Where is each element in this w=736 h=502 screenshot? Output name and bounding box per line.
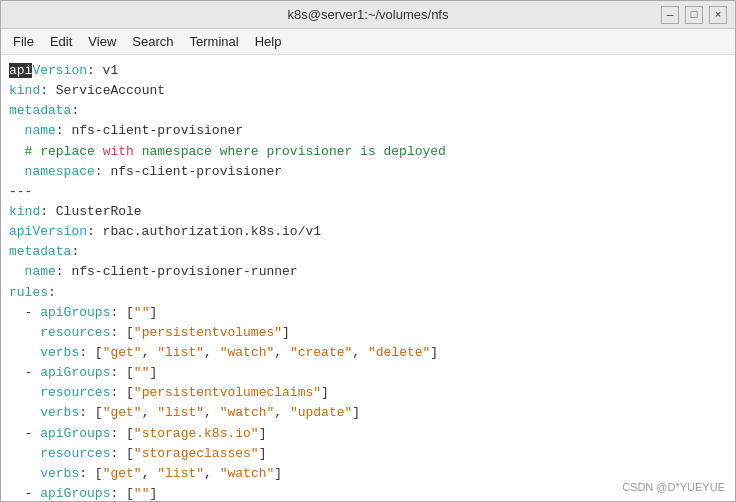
- terminal-line: resources: ["persistentvolumes"]: [9, 323, 727, 343]
- close-button[interactable]: ×: [709, 6, 727, 24]
- terminal-line: verbs: ["get", "list", "watch", "create"…: [9, 343, 727, 363]
- menu-view[interactable]: View: [80, 31, 124, 52]
- terminal-line: - apiGroups: ["storage.k8s.io"]: [9, 424, 727, 444]
- titlebar: k8s@server1:~/volumes/nfs — □ ×: [1, 1, 735, 29]
- menu-file[interactable]: File: [5, 31, 42, 52]
- window-controls[interactable]: — □ ×: [661, 6, 727, 24]
- terminal-line: name: nfs-client-provisioner-runner: [9, 262, 727, 282]
- minimize-button[interactable]: —: [661, 6, 679, 24]
- terminal-line: ---: [9, 182, 727, 202]
- watermark: CSDN @D*YUEYUE: [622, 481, 725, 493]
- menu-search[interactable]: Search: [124, 31, 181, 52]
- terminal-line: - apiGroups: [""]: [9, 484, 727, 501]
- terminal-line: apiVersion: rbac.authorization.k8s.io/v1: [9, 222, 727, 242]
- terminal-line: namespace: nfs-client-provisioner: [9, 162, 727, 182]
- terminal-content: apiVersion: v1 kind: ServiceAccount meta…: [1, 55, 735, 501]
- terminal-line: # replace with namespace where provision…: [9, 142, 727, 162]
- terminal-window: k8s@server1:~/volumes/nfs — □ × File Edi…: [0, 0, 736, 502]
- menubar: File Edit View Search Terminal Help: [1, 29, 735, 55]
- terminal-line: resources: ["persistentvolumeclaims"]: [9, 383, 727, 403]
- menu-help[interactable]: Help: [247, 31, 290, 52]
- terminal-line: kind: ServiceAccount: [9, 81, 727, 101]
- menu-edit[interactable]: Edit: [42, 31, 80, 52]
- terminal-line: resources: ["storageclasses"]: [9, 444, 727, 464]
- terminal-line: - apiGroups: [""]: [9, 303, 727, 323]
- menu-terminal[interactable]: Terminal: [182, 31, 247, 52]
- terminal-line: rules:: [9, 283, 727, 303]
- terminal-line: metadata:: [9, 101, 727, 121]
- terminal-line: metadata:: [9, 242, 727, 262]
- window-title: k8s@server1:~/volumes/nfs: [288, 7, 449, 22]
- text-span: apiVersion: [9, 63, 87, 78]
- terminal-line: - apiGroups: [""]: [9, 363, 727, 383]
- terminal-line: kind: ClusterRole: [9, 202, 727, 222]
- terminal-line: apiVersion: v1: [9, 61, 727, 81]
- terminal-line: verbs: ["get", "list", "watch", "update"…: [9, 403, 727, 423]
- terminal-line: verbs: ["get", "list", "watch"]: [9, 464, 727, 484]
- maximize-button[interactable]: □: [685, 6, 703, 24]
- terminal-line: name: nfs-client-provisioner: [9, 121, 727, 141]
